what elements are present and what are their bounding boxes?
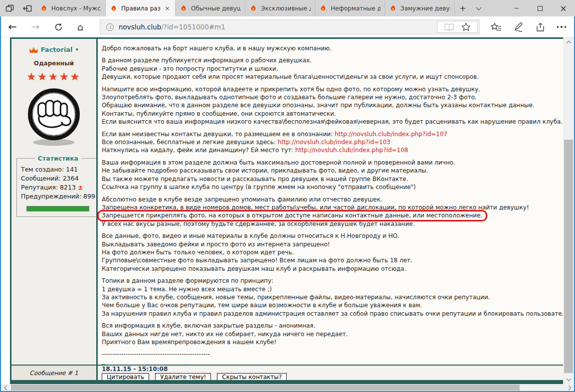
user-stars: ★★★★★ [11, 71, 96, 83]
site-favicon-icon [389, 4, 397, 12]
paragraph: Если вам неизвестны контакты девушки, то… [102, 130, 560, 155]
tab-tools [0, 0, 36, 16]
share-icon[interactable] [531, 16, 551, 37]
hub-favorites-icon[interactable] [486, 16, 506, 37]
post-text-segment: Абсолютно везде в клубе везде запрещено … [102, 196, 383, 203]
chevron-down-icon [476, 4, 481, 10]
horizontal-scrollbar[interactable] [1, 384, 574, 391]
tab-2[interactable]: Обычные девуш [176, 0, 245, 16]
online-dot: • [75, 46, 79, 53]
post-line: Выкладывать заведомо фейки и просто фото… [102, 240, 560, 248]
tab-3[interactable]: Эксклюзивные д [245, 0, 315, 16]
post-link[interactable]: http://novsluh.club/index.php?id=103 [278, 139, 390, 146]
post-line: Напишите всю информацию, которой владеет… [102, 85, 560, 93]
browser-toolbar: ← → ⌂ i novsluh.club/?id=1051000#m1 [0, 16, 575, 37]
statistics-legend: Статистика [35, 155, 81, 162]
post-line: У всех нас вкусы разные, поэтому будьте … [102, 220, 560, 228]
post-line: Все опознанные, бесплатные и легкие деву… [102, 138, 560, 146]
post-text-segment: Все опознанные, бесплатные и легкие деву… [102, 139, 278, 146]
paragraph: ----------------------------------------… [102, 350, 560, 358]
tab-4[interactable]: Неформатные д [315, 0, 385, 16]
post-text-segment: Вся информация в клубе, включая закрытые… [102, 322, 315, 329]
post-line: Запрещена конкретика, в виде номеров дом… [102, 203, 560, 211]
post-text-segment: Выкладывать заведомо фейки и просто фото… [102, 241, 330, 248]
back-button[interactable]: ← [3, 16, 22, 37]
post-text-segment: Топики в данном разделе формируются по п… [102, 277, 273, 284]
site-info-icon[interactable]: i [106, 23, 114, 31]
paragraph: В данном разделе публикуется информация … [102, 56, 560, 81]
tab-dropdown-button[interactable] [471, 0, 487, 16]
post-text-segment: Групповые\совместные фото выкладывать за… [102, 257, 412, 264]
site-favicon-icon [110, 4, 118, 12]
fist-avatar-icon [24, 86, 83, 148]
post-text-segment: Вы также можете предлагать новости и рас… [102, 176, 408, 183]
set-tabs-aside-icon[interactable] [22, 3, 33, 14]
crown-icon [29, 46, 38, 53]
url-path: /?id=1051000#m1 [161, 23, 225, 31]
post-line: Рабочие девушки - это попросту проститут… [102, 65, 560, 73]
post-link[interactable]: http://novsluh.club/index.php?id=108 [295, 147, 408, 154]
window-controls: ─ × [505, 0, 575, 16]
post-line: Контакты, публикуйте прямо в сообщение, … [102, 110, 560, 118]
scroll-right-button[interactable] [565, 384, 574, 391]
reputation-bar-fill [27, 206, 89, 211]
reading-view-icon[interactable] [444, 23, 454, 31]
tab-title: Замужние девуш [400, 5, 450, 12]
refresh-button[interactable] [49, 16, 68, 37]
post-text-segment: Если выяснится что ваша информация низко… [102, 118, 563, 125]
tab-0[interactable]: Новслух - Мужс [36, 0, 106, 16]
post-line: Вся информация в клубе, включая закрытые… [102, 322, 560, 330]
scroll-left-button[interactable] [1, 384, 10, 391]
tab-title: Новслух - Мужс [51, 5, 101, 12]
web-note-pen-icon[interactable] [509, 16, 529, 37]
post-text-segment: Чем больше у Вас очков репутации, тем ши… [102, 302, 422, 309]
post-line: Наткнулись на кидалу, фейк или динамщину… [102, 146, 560, 154]
address-bar[interactable]: i novsluh.club/?id=1051000#m1 [100, 19, 480, 34]
more-options-icon[interactable] [552, 16, 572, 37]
post-text-segment: Приятного Вам времяпрепровождения в наше… [102, 339, 276, 346]
paragraph: Напишите всю информацию, которой владеет… [102, 85, 560, 126]
tab-5[interactable]: Замужние девуш [385, 0, 455, 16]
tab-close-icon[interactable]: × [164, 4, 171, 12]
post-line: Ваша информация в этом разделе должна бы… [102, 159, 560, 167]
paragraph: Добро пожаловать на борт нашего клуба, и… [102, 44, 560, 52]
post-text-segment: 1 девушка = 1 тема. Не нужно всех мешать… [102, 286, 272, 293]
vertical-scrollbar[interactable] [563, 37, 574, 384]
post-link[interactable]: http://novsluh.club/index.php?id=107 [335, 131, 447, 138]
scroll-up-button[interactable] [563, 37, 574, 46]
stat-line: Предупреждений: 899 [21, 192, 95, 201]
post-text-segment: В данном разделе публикуется информация … [102, 57, 312, 64]
scroll-down-button[interactable] [563, 375, 574, 384]
site-favicon-icon [249, 4, 257, 12]
vertical-scroll-thumb[interactable] [564, 140, 573, 373]
reputation-plusminus[interactable]: ± [76, 184, 83, 191]
close-button[interactable]: × [552, 0, 575, 16]
home-button[interactable]: ⌂ [71, 16, 90, 37]
post-line: Если выяснится что ваша информация низко… [102, 118, 560, 126]
forward-button[interactable]: → [26, 16, 45, 37]
tab-strip: Новслух - МужсПравила раз×Обычные девушЭ… [36, 0, 455, 16]
maximize-icon [538, 6, 543, 11]
footer-actions: 18.11.15 - 15:10:08 ЦитироватьУдалите те… [98, 366, 563, 380]
refresh-icon [54, 22, 63, 32]
post-text-segment: Рабочие девушки - это попросту проститут… [102, 65, 278, 72]
tab-1[interactable]: Правила раз× [106, 0, 176, 16]
new-tab-button[interactable]: + [455, 0, 471, 16]
address-bar-actions [437, 21, 478, 33]
maximize-button[interactable] [528, 0, 552, 16]
post-text-segment: Запрещается прикреплять фото, на которых… [102, 212, 482, 219]
paragraph: Топики в данном разделе формируются по п… [102, 277, 560, 318]
horizontal-scroll-thumb[interactable] [11, 385, 520, 391]
user-rank: Одаренный [11, 60, 96, 67]
username[interactable]: Factorial [41, 46, 73, 53]
tab-preview-icon[interactable] [4, 3, 15, 14]
favorite-star-icon[interactable] [461, 22, 471, 31]
stat-line: Сообщений: 2364 [21, 174, 95, 183]
url-text: novsluh.club/?id=1051000#m1 [119, 23, 225, 31]
post-text-segment: Девушки, которые продают себя или просят… [102, 73, 479, 80]
minimize-button[interactable]: ─ [505, 0, 528, 16]
post-line: ----------------------------------------… [102, 350, 560, 358]
post-text-segment: Все данные, фото, видео и иные материалы… [102, 232, 399, 239]
post-text-segment: За активность в клубе, сообщения, новые … [102, 294, 490, 301]
window-border [0, 16, 1, 392]
